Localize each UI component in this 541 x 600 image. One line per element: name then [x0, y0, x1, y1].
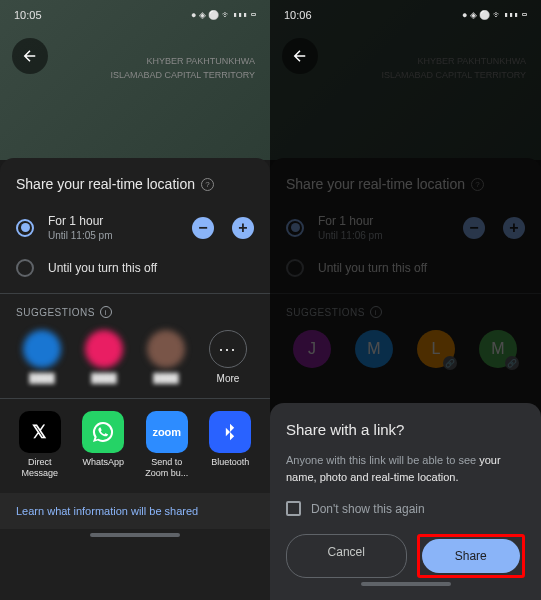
- whatsapp-icon: [82, 411, 124, 453]
- avatar: [85, 330, 123, 368]
- learn-info-link[interactable]: Learn what information will be shared: [0, 493, 270, 529]
- status-bar: 10:05 ● ◈ ⚪ ᯤ ▮▮▮ ▭: [0, 0, 270, 30]
- radio-unselected-icon: [16, 259, 34, 277]
- bluetooth-icon: [209, 411, 251, 453]
- status-bar: 10:06 ● ◈ ⚪ ᯤ ▮▮▮ ▭: [270, 0, 541, 30]
- screen-right: KHYBER PAKHTUNKHWA ISLAMABAD CAPITAL TER…: [270, 0, 541, 600]
- modal-actions: Cancel Share: [286, 534, 525, 578]
- app-label: Send to Zoom bu...: [139, 457, 195, 479]
- share-sheet: Share your real-time location ? For 1 ho…: [0, 158, 270, 600]
- more-icon: ⋯: [209, 330, 247, 368]
- status-icons: ● ◈ ⚪ ᯤ ▮▮▮ ▭: [462, 10, 527, 20]
- app-label: WhatsApp: [82, 457, 124, 468]
- modal-body: Anyone with this link will be able to se…: [286, 452, 525, 485]
- suggestions-row: ████ ████ ████ ⋯ More: [0, 330, 270, 384]
- app-label: Bluetooth: [211, 457, 249, 468]
- nav-handle[interactable]: [90, 533, 180, 537]
- back-button[interactable]: [282, 38, 318, 74]
- share-button[interactable]: Share: [422, 539, 521, 573]
- contact-suggestion[interactable]: ████: [140, 330, 192, 384]
- cancel-button[interactable]: Cancel: [286, 534, 407, 578]
- share-app-whatsapp[interactable]: WhatsApp: [76, 411, 132, 479]
- clock: 10:06: [284, 9, 312, 21]
- sheet-title: Share your real-time location ?: [0, 176, 270, 192]
- zoom-icon: zoom: [146, 411, 188, 453]
- checkbox-icon: [286, 501, 301, 516]
- checkbox-label: Don't show this again: [311, 502, 425, 516]
- back-button[interactable]: [12, 38, 48, 74]
- x-icon: 𝕏: [19, 411, 61, 453]
- contact-suggestion[interactable]: ████: [16, 330, 68, 384]
- nav-handle[interactable]: [361, 582, 451, 586]
- share-app-zoom[interactable]: zoom Send to Zoom bu...: [139, 411, 195, 479]
- status-icons: ● ◈ ⚪ ᯤ ▮▮▮ ▭: [191, 10, 256, 20]
- radio-selected-icon: [16, 219, 34, 237]
- divider: [0, 398, 270, 399]
- more-suggestions[interactable]: ⋯ More: [202, 330, 254, 384]
- help-icon[interactable]: ?: [201, 178, 214, 191]
- modal-title: Share with a link?: [286, 421, 525, 438]
- duration-option-1hour[interactable]: For 1 hour Until 11:05 pm − +: [0, 210, 270, 245]
- option-text: Until you turn this off: [48, 261, 254, 275]
- duration-option-indefinite[interactable]: Until you turn this off: [0, 255, 270, 281]
- clock: 10:05: [14, 9, 42, 21]
- contact-name: ████: [91, 373, 117, 383]
- contact-name: ████: [29, 373, 55, 383]
- map-region-labels: KHYBER PAKHTUNKHWA ISLAMABAD CAPITAL TER…: [110, 55, 255, 82]
- app-label: Direct Message: [12, 457, 68, 479]
- divider: [0, 293, 270, 294]
- avatar: [23, 330, 61, 368]
- share-app-bluetooth[interactable]: Bluetooth: [203, 411, 259, 479]
- increase-button[interactable]: +: [232, 217, 254, 239]
- contact-name: ████: [153, 373, 179, 383]
- app-share-row: 𝕏 Direct Message WhatsApp zoom Send to Z…: [0, 411, 270, 479]
- dont-show-checkbox-row[interactable]: Don't show this again: [286, 501, 525, 516]
- info-icon[interactable]: i: [100, 306, 112, 318]
- avatar: [147, 330, 185, 368]
- option-text: For 1 hour Until 11:05 pm: [48, 214, 174, 241]
- contact-suggestion[interactable]: ████: [78, 330, 130, 384]
- screen-left: KHYBER PAKHTUNKHWA ISLAMABAD CAPITAL TER…: [0, 0, 270, 600]
- share-link-modal: Share with a link? Anyone with this link…: [270, 403, 541, 600]
- suggestions-header: SUGGESTIONS i: [0, 306, 270, 318]
- highlight-annotation: Share: [417, 534, 526, 578]
- decrease-button[interactable]: −: [192, 217, 214, 239]
- share-app-direct-message[interactable]: 𝕏 Direct Message: [12, 411, 68, 479]
- more-label: More: [217, 373, 240, 384]
